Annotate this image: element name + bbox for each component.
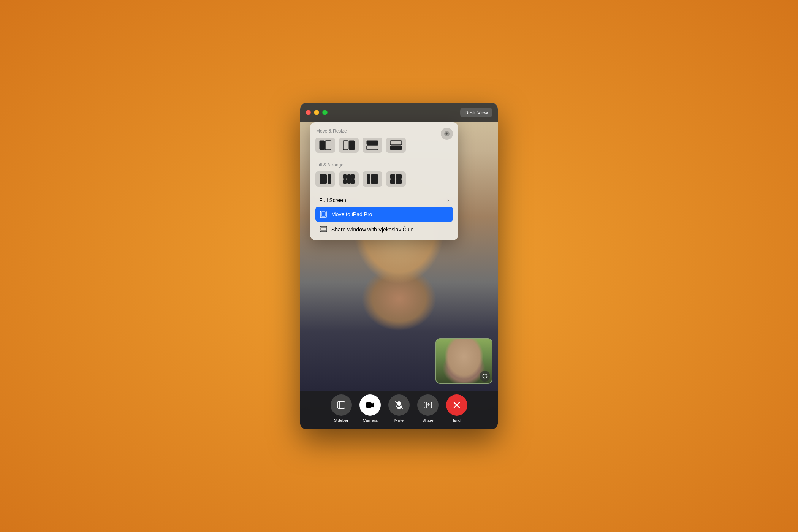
fill-arrange-label: Fill & Arrange [315,162,453,168]
share-window-label: Share Window with Vjekoslav Čulo [331,226,449,233]
svg-rect-11 [328,179,331,184]
fill-left-icon[interactable] [315,171,335,187]
svg-rect-12 [343,174,347,179]
tile-left-icon[interactable] [315,138,335,153]
mute-icon [395,401,403,409]
fullscreen-icon [444,131,450,137]
svg-rect-27 [321,227,326,231]
divider-2 [315,192,453,192]
svg-rect-19 [371,174,378,184]
svg-rect-2 [325,141,331,150]
divider-1 [315,158,453,158]
green-circle-button[interactable] [441,128,453,140]
svg-rect-23 [396,179,402,184]
svg-rect-18 [367,179,370,184]
svg-rect-25 [321,212,325,216]
share-icon [424,401,432,409]
svg-rect-1 [320,141,325,150]
camera-icon-circle [359,394,381,416]
svg-rect-30 [366,402,372,408]
window-management-popup: Move & Resize [310,122,458,240]
svg-rect-24 [320,211,326,218]
camera-icon [366,401,375,409]
svg-rect-17 [367,174,370,179]
svg-rect-6 [367,146,378,150]
fill-all-icon[interactable] [386,171,406,187]
move-to-ipad-label: Move to iPad Pro [331,211,449,217]
move-resize-label: Move & Resize [315,128,453,134]
call-toolbar: Sidebar Camera [300,391,498,429]
full-screen-chevron: › [447,197,449,203]
share-label: Share [422,418,433,423]
tile-bottom-icon[interactable] [386,138,406,153]
close-button[interactable] [306,110,311,115]
svg-rect-14 [347,174,351,184]
svg-rect-5 [367,141,378,145]
facetime-window: Desk View Move & Resize [300,103,498,429]
end-call-icon-circle [446,394,467,416]
share-button[interactable]: Share [417,394,439,423]
minimize-button[interactable] [314,110,319,115]
svg-rect-10 [328,174,331,179]
share-icon-circle [417,394,439,416]
tile-right-icon[interactable] [339,138,359,153]
svg-rect-20 [390,174,395,179]
ipad-icon [319,210,328,218]
svg-rect-21 [396,174,402,179]
refresh-view-button[interactable] [480,371,490,382]
svg-rect-8 [390,146,402,150]
title-bar: Desk View [300,103,498,122]
mute-icon-circle [388,394,410,416]
tile-top-icon[interactable] [363,138,382,153]
desk-view-button[interactable]: Desk View [460,108,492,117]
svg-rect-35 [424,402,432,408]
fill-right-icon[interactable] [363,171,382,187]
svg-rect-7 [390,141,402,145]
share-window-item[interactable]: Share Window with Vjekoslav Čulo [315,222,453,237]
end-label: End [453,418,461,423]
sidebar-icon-circle [331,394,352,416]
svg-rect-13 [343,179,347,184]
share-window-icon [319,225,328,234]
sidebar-label: Sidebar [334,418,348,423]
svg-rect-3 [343,141,348,150]
svg-rect-28 [337,402,345,408]
svg-rect-15 [351,174,355,179]
svg-rect-16 [351,179,355,184]
full-screen-item[interactable]: Full Screen › [315,194,453,207]
move-to-ipad-item[interactable]: Move to iPad Pro [315,207,453,222]
move-resize-icons [315,138,453,153]
sidebar-icon [337,401,345,409]
mute-button[interactable]: Mute [388,394,410,423]
end-call-icon [452,400,462,410]
camera-button[interactable]: Camera [359,394,381,423]
fill-center-icon[interactable] [339,171,359,187]
sidebar-button[interactable]: Sidebar [331,394,352,423]
fill-arrange-icons [315,171,453,187]
svg-rect-9 [320,174,327,184]
mute-label: Mute [394,418,404,423]
svg-rect-4 [349,141,355,150]
maximize-button[interactable] [322,110,328,115]
traffic-lights [306,110,328,115]
end-call-button[interactable]: End [446,394,467,423]
full-screen-label: Full Screen [319,197,443,203]
svg-rect-22 [390,179,395,184]
refresh-icon [482,373,488,379]
camera-label: Camera [363,418,377,423]
